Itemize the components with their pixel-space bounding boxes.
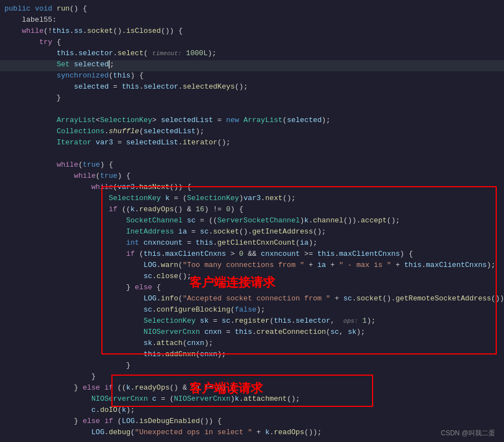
code-line-7: synchronized(this) {	[0, 71, 504, 82]
code-line-17: while(var3.hasNext()) {	[0, 183, 504, 194]
code-line-13: Iterator var3 = selectedList.iterator();	[0, 138, 504, 149]
code-line-4: try {	[0, 38, 504, 49]
code-line-28: sc.configureBlocking(false);	[0, 305, 504, 317]
code-line-9: }	[0, 94, 504, 105]
code-line-32: this.addCnxn(cnxn);	[0, 350, 504, 361]
code-line-31: sk.attach(cnxn);	[0, 339, 504, 350]
code-line-34: }	[0, 372, 504, 383]
code-line-25: sc.close();	[0, 272, 504, 283]
code-line-12: Collections.shuffle(selectedList);	[0, 127, 504, 138]
code-line-36: NIOServerCnxn c = (NIOServerCnxn)k.attac…	[0, 395, 504, 406]
watermark: CSDN @叫我二蛋	[441, 429, 495, 438]
code-line-16: while(true) {	[0, 172, 504, 183]
code-line-24: LOG.warn("Too many connections from " + …	[0, 261, 504, 272]
code-line-27: LOG.info("Accepted socket connection fro…	[0, 294, 504, 305]
code-line-29: SelectionKey sk = sc.register(this.selec…	[0, 317, 504, 328]
code-line-20: SocketChannel sc = ((ServerSocketChannel…	[0, 216, 504, 227]
code-line-39: LOG.debug("Unexpected ops in select " + …	[0, 428, 504, 439]
code-line-23: if (this.maxClientCnxns > 0 && cnxncount…	[0, 250, 504, 261]
code-line-33: }	[0, 361, 504, 372]
code-editor: public void run() { label55: while(!this…	[0, 0, 504, 442]
code-line-3: while(!this.ss.socket().isClosed()) {	[0, 27, 504, 38]
code-line-2: label55:	[0, 16, 504, 27]
code-line-6: Set selected;	[0, 60, 504, 71]
code-line-11: ArrayList<SelectionKey> selectedList = n…	[0, 116, 504, 127]
code-line-37: c.doIO(k);	[0, 406, 504, 417]
code-line-19: if ((k.readyOps() & 16) != 0) {	[0, 205, 504, 216]
code-line-26: } else {	[0, 283, 504, 294]
code-line-15: while(true) {	[0, 161, 504, 172]
code-line-18: SelectionKey k = (SelectionKey)var3.next…	[0, 194, 504, 205]
code-line-5: this.selector.select( timeout: 1000L);	[0, 49, 504, 60]
code-line-38: } else if (LOG.isDebugEnabled()) {	[0, 417, 504, 428]
code-line-35: } else if ((k.readyOps() & 5) != 0) {	[0, 383, 504, 395]
code-line-30: NIOServerCnxn cnxn = this.createConnecti…	[0, 328, 504, 339]
code-line-blank1	[0, 105, 504, 116]
code-line-8: selected = this.selector.selectedKeys();	[0, 82, 504, 94]
code-line-21: InetAddress ia = sc.socket().getInetAddr…	[0, 227, 504, 239]
code-line-1: public void run() {	[0, 4, 504, 16]
code-line-blank2	[0, 149, 504, 161]
code-line-22: int cnxncount = this.getClientCnxnCount(…	[0, 239, 504, 250]
